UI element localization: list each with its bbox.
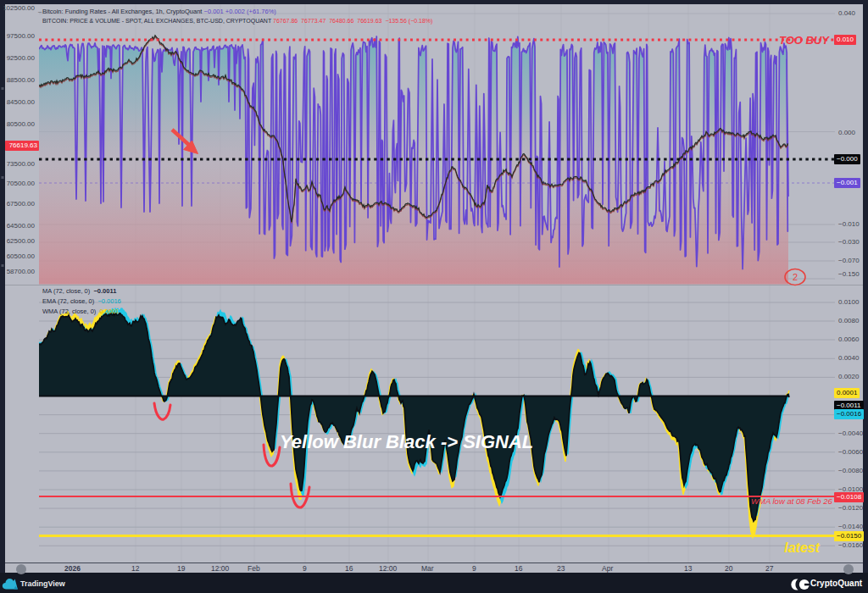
svg-text:WMA low at 08 Feb 26: WMA low at 08 Feb 26 bbox=[751, 496, 832, 506]
svg-text:TOO BUY: TOO BUY bbox=[779, 34, 830, 47]
svg-text:Yellow Blur Black -> SIGNAL: Yellow Blur Black -> SIGNAL bbox=[280, 431, 533, 452]
svg-text:latest: latest bbox=[784, 540, 820, 555]
svg-text:2: 2 bbox=[793, 272, 798, 282]
